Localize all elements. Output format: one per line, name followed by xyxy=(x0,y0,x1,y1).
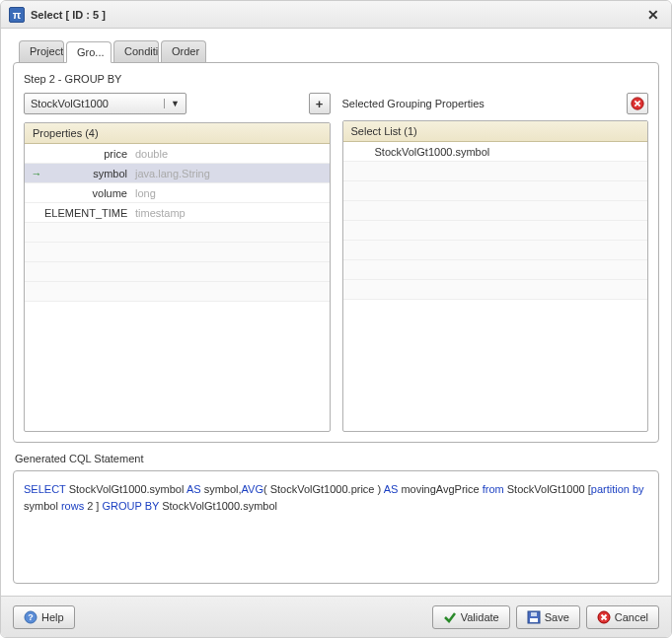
title-bar: π Select [ ID : 5 ] ✕ xyxy=(1,1,671,29)
cql-keyword: GROUP BY xyxy=(102,500,159,512)
property-type: timestamp xyxy=(135,207,186,219)
tab-order[interactable]: Order xyxy=(161,40,206,62)
empty-row xyxy=(343,221,648,241)
help-icon: ? xyxy=(24,610,37,624)
cql-keyword: AS xyxy=(187,483,201,495)
close-icon[interactable]: ✕ xyxy=(643,5,663,25)
empty-row xyxy=(343,260,648,280)
cql-text: symbol xyxy=(24,500,61,512)
selected-list-header: Select List (1) xyxy=(343,121,648,142)
property-row[interactable]: volumelong xyxy=(25,183,330,203)
selected-item[interactable]: StockVolGt1000.symbol xyxy=(343,142,648,162)
empty-row xyxy=(343,241,648,260)
cancel-label: Cancel xyxy=(615,611,648,623)
stream-row: StockVolGt1000 ▼ + xyxy=(24,93,331,114)
selected-body: StockVolGt1000.symbol xyxy=(343,142,648,431)
cancel-icon xyxy=(597,610,611,624)
tab-group[interactable]: Gro... xyxy=(66,41,112,63)
property-name: symbol xyxy=(44,168,135,179)
svg-rect-5 xyxy=(531,612,537,616)
tab-project[interactable]: Project xyxy=(19,40,64,62)
cql-keyword: AVG xyxy=(242,483,263,495)
dialog-window: π Select [ ID : 5 ] ✕ Project Gro... Con… xyxy=(0,0,672,638)
cql-section-label: Generated CQL Statement xyxy=(15,453,657,464)
step-label: Step 2 - GROUP BY xyxy=(24,73,648,85)
disk-icon xyxy=(527,610,541,624)
cql-keyword: from xyxy=(483,483,507,495)
empty-row xyxy=(25,282,330,302)
tabs: Project Gro... Condition Order xyxy=(13,40,659,62)
tab-condition[interactable]: Condition xyxy=(113,40,159,62)
chevron-down-icon: ▼ xyxy=(164,99,180,108)
right-column: Selected Grouping Properties Select List… xyxy=(342,93,649,432)
cql-text: ( StockVolGt1000.price ) xyxy=(263,483,384,495)
empty-row xyxy=(25,223,330,243)
properties-header: Properties (4) xyxy=(25,123,330,144)
property-type: double xyxy=(135,148,168,160)
cql-text: StockVolGt1000 [ xyxy=(507,483,591,495)
delete-x-icon xyxy=(631,97,644,110)
empty-row xyxy=(343,201,648,221)
cql-statement-box: SELECT StockVolGt1000.symbol AS symbol,A… xyxy=(13,470,659,584)
group-panel: Step 2 - GROUP BY StockVolGt1000 ▼ + Pro… xyxy=(13,62,659,443)
add-button[interactable]: + xyxy=(309,93,331,114)
empty-row xyxy=(25,243,330,262)
cql-keyword: AS xyxy=(384,483,399,495)
stream-dropdown-value: StockVolGt1000 xyxy=(31,98,109,109)
save-label: Save xyxy=(545,611,569,623)
cql-keyword: SELECT xyxy=(24,483,66,495)
cancel-button[interactable]: Cancel xyxy=(586,605,659,629)
check-icon xyxy=(443,610,457,624)
selected-indicator-icon: → xyxy=(29,168,44,179)
property-name: ELEMENT_TIME xyxy=(44,207,135,219)
property-row[interactable]: →symboljava.lang.String xyxy=(25,164,330,183)
left-column: StockVolGt1000 ▼ + Properties (4) priced… xyxy=(24,93,331,432)
empty-row xyxy=(343,181,648,201)
footer: ? Help Validate Save Cancel xyxy=(1,596,671,637)
property-type: long xyxy=(135,187,156,199)
property-row[interactable]: ELEMENT_TIMEtimestamp xyxy=(25,203,330,223)
save-button[interactable]: Save xyxy=(516,605,580,629)
property-name: volume xyxy=(44,187,135,199)
validate-button[interactable]: Validate xyxy=(432,605,510,629)
app-pi-icon: π xyxy=(9,7,25,23)
window-title: Select [ ID : 5 ] xyxy=(31,9,643,21)
delete-button[interactable] xyxy=(627,93,648,114)
two-column-layout: StockVolGt1000 ▼ + Properties (4) priced… xyxy=(24,93,648,432)
help-label: Help xyxy=(41,611,64,623)
empty-row xyxy=(343,280,648,300)
svg-rect-4 xyxy=(530,618,538,622)
property-row[interactable]: pricedouble xyxy=(25,144,330,164)
empty-row xyxy=(343,162,648,181)
selected-title: Selected Grouping Properties xyxy=(342,98,485,109)
selected-section-header: Selected Grouping Properties xyxy=(342,93,649,114)
cql-keyword: partition by xyxy=(591,483,644,495)
selected-listbox: Select List (1) StockVolGt1000.symbol xyxy=(342,120,649,432)
validate-label: Validate xyxy=(461,611,499,623)
help-button[interactable]: ? Help xyxy=(13,605,75,629)
stream-dropdown[interactable]: StockVolGt1000 ▼ xyxy=(24,93,187,114)
dialog-body: Project Gro... Condition Order Step 2 - … xyxy=(1,29,671,596)
property-name: price xyxy=(44,148,135,160)
cql-keyword: rows xyxy=(61,500,84,512)
empty-row xyxy=(25,262,330,282)
cql-text: StockVolGt1000.symbol xyxy=(159,500,277,512)
properties-listbox: Properties (4) pricedouble→symboljava.la… xyxy=(24,122,331,432)
cql-text: 2 ] xyxy=(84,500,102,512)
svg-text:?: ? xyxy=(28,612,34,622)
cql-text: StockVolGt1000.symbol xyxy=(66,483,187,495)
cql-text: movingAvgPrice xyxy=(398,483,482,495)
cql-text: symbol, xyxy=(201,483,242,495)
property-type: java.lang.String xyxy=(135,168,210,179)
properties-body: pricedouble→symboljava.lang.Stringvolume… xyxy=(25,144,330,431)
